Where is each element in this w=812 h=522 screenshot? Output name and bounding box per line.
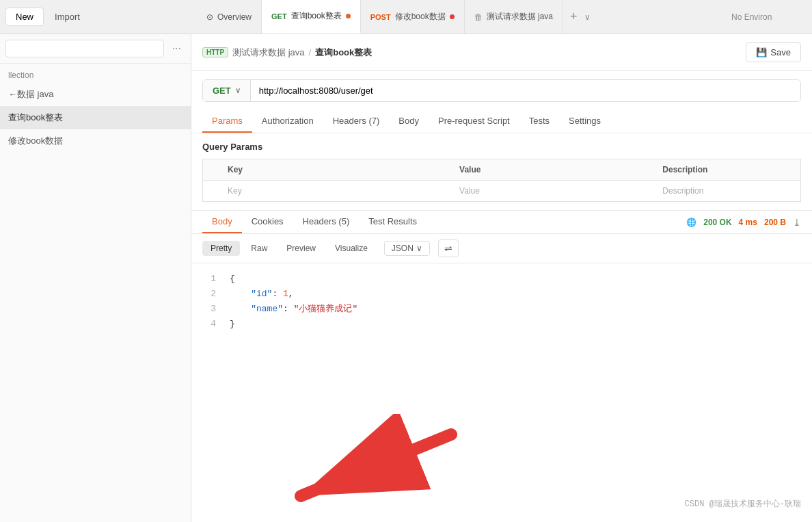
sidebar-collection-label: llection: [0, 64, 191, 83]
top-bar-left: New Import: [5, 8, 197, 26]
col-desc-header: Description: [654, 159, 800, 181]
format-tab-pretty[interactable]: Pretty: [202, 241, 240, 256]
breadcrumb-sep: /: [309, 47, 312, 57]
save-response-icon[interactable]: ⤓: [793, 217, 801, 228]
json-key-id: "id": [251, 289, 272, 299]
tab-post-method: POST: [370, 13, 391, 21]
format-chevron-icon: ∨: [416, 244, 422, 253]
format-tab-raw[interactable]: Raw: [243, 241, 275, 256]
response-format-bar: Pretty Raw Preview Visualize JSON ∨ ⇌: [191, 234, 812, 263]
row-value-placeholder[interactable]: Value: [451, 181, 654, 202]
col-check-header: [203, 159, 220, 181]
response-time: 4 ms: [739, 218, 757, 227]
save-icon: 💾: [756, 47, 767, 57]
request-tabs: Params Authorization Headers (7) Body Pr…: [191, 110, 812, 133]
import-button[interactable]: Import: [48, 8, 87, 25]
tab-test-java[interactable]: 🗑 测试请求数据 java: [465, 0, 563, 34]
tab-post-label: 修改book数据: [395, 11, 446, 23]
code-line-3: 3 "name": "小猫猫养成记": [202, 302, 801, 317]
request-header: HTTP 测试请求数据 java / 查询book整表 💾 Save: [191, 34, 812, 71]
tab-get-method: GET: [271, 12, 287, 21]
resp-tab-test-results[interactable]: Test Results: [359, 211, 427, 233]
line-num-4: 4: [202, 317, 216, 332]
tab-settings[interactable]: Settings: [559, 110, 610, 133]
sidebar-search-bar: ···: [0, 34, 191, 64]
url-input[interactable]: [251, 80, 800, 101]
url-bar: GET ∨: [202, 79, 801, 102]
tab-get-label: 查询book整表: [291, 10, 342, 22]
response-tabs-bar: Body Cookies Headers (5) Test Results 🌐 …: [191, 211, 812, 234]
tabs-chevron[interactable]: ∨: [584, 12, 591, 22]
col-key-header: Key: [219, 159, 451, 181]
save-button[interactable]: 💾 Save: [746, 42, 801, 62]
format-tab-preview[interactable]: Preview: [278, 241, 324, 256]
response-status: 200 OK: [703, 218, 731, 227]
tab-get-dot: [346, 14, 351, 18]
overview-icon: ⊙: [206, 12, 213, 22]
code-line-4: 4 }: [202, 317, 801, 332]
resp-tab-headers[interactable]: Headers (5): [293, 211, 360, 233]
response-size: 200 B: [764, 218, 786, 227]
sidebar-search-input[interactable]: [5, 40, 164, 57]
sidebar-item-query-book[interactable]: 查询book整表: [0, 106, 191, 129]
params-table: Key Value Description Key Value Descript…: [202, 159, 801, 202]
json-val-id: 1: [283, 289, 288, 299]
sidebar: ··· llection ←数据 java 查询book整表 修改book数据: [0, 34, 191, 522]
resp-tab-body[interactable]: Body: [202, 211, 242, 233]
tab-tests[interactable]: Tests: [519, 110, 559, 133]
line-num-3: 3: [202, 302, 216, 317]
no-environ-label: No Environ: [731, 12, 772, 22]
method-chevron-icon: ∨: [235, 86, 241, 95]
breadcrumb: HTTP 测试请求数据 java / 查询book整表: [202, 47, 740, 59]
http-badge: HTTP: [202, 47, 228, 57]
svg-line-1: [301, 434, 451, 496]
tab-overview[interactable]: ⊙ Overview: [197, 0, 262, 34]
tab-post-edit[interactable]: POST 修改book数据: [361, 0, 465, 34]
content-area: HTTP 测试请求数据 java / 查询book整表 💾 Save GET ∨…: [191, 34, 812, 522]
response-section: Body Cookies Headers (5) Test Results 🌐 …: [191, 210, 812, 522]
format-selector-label: JSON: [392, 244, 414, 253]
tab-authorization[interactable]: Authorization: [252, 110, 323, 133]
method-selector[interactable]: GET ∨: [203, 80, 251, 101]
tab-post-dot: [450, 14, 455, 19]
tab-pre-request-script[interactable]: Pre-request Script: [429, 110, 519, 133]
row-desc-placeholder[interactable]: Description: [654, 181, 800, 202]
code-viewer: 1 { 2 "id": 1, 3 "name": "小猫猫养成记": [191, 263, 812, 522]
sidebar-item-edit-book[interactable]: 修改book数据: [0, 129, 191, 153]
tabs-bar: ⊙ Overview GET 查询book整表 POST 修改book数据 🗑 …: [197, 0, 725, 34]
tab-get-query[interactable]: GET 查询book整表: [262, 0, 361, 34]
code-content-4: }: [230, 317, 235, 332]
code-content-3: "name": "小猫猫养成记": [230, 302, 357, 317]
top-bar: New Import ⊙ Overview GET 查询book整表 POST …: [0, 0, 812, 34]
add-tab-button[interactable]: +: [563, 10, 584, 24]
line-num-2: 2: [202, 287, 216, 302]
method-label: GET: [213, 86, 231, 96]
code-content-2: "id": 1,: [230, 287, 294, 302]
top-bar-right: No Environ: [725, 12, 807, 22]
query-params-section: Query Params Key Value Description Key V…: [191, 133, 812, 210]
tab-params[interactable]: Params: [202, 110, 252, 133]
sidebar-item-java-req[interactable]: ←数据 java: [0, 83, 191, 106]
line-num-1: 1: [202, 272, 216, 287]
resp-tab-cookies[interactable]: Cookies: [242, 211, 293, 233]
new-button[interactable]: New: [5, 8, 44, 26]
main-layout: ··· llection ←数据 java 查询book整表 修改book数据 …: [0, 34, 812, 522]
query-params-title: Query Params: [202, 142, 801, 152]
format-tab-visualize[interactable]: Visualize: [327, 241, 376, 256]
table-row: Key Value Description: [203, 181, 801, 202]
code-content-1: {: [230, 272, 235, 287]
watermark: CSDN @瑞晟技术服务中心-耿瑞: [685, 497, 801, 511]
format-selector[interactable]: JSON ∨: [384, 241, 430, 256]
code-line-2: 2 "id": 1,: [202, 287, 801, 302]
breadcrumb-parent: 测试请求数据 java: [232, 47, 304, 59]
sidebar-more-icon[interactable]: ···: [168, 41, 185, 56]
tab-headers[interactable]: Headers (7): [323, 110, 390, 133]
row-key-placeholder[interactable]: Key: [219, 181, 451, 202]
arrow-annotation: [246, 414, 506, 522]
tab-body[interactable]: Body: [389, 110, 429, 133]
globe-icon: 🌐: [686, 218, 696, 227]
save-label: Save: [770, 47, 791, 57]
wrap-icon[interactable]: ⇌: [438, 239, 459, 257]
col-value-header: Value: [451, 159, 654, 181]
tab-test-label: 测试请求数据 java: [487, 11, 553, 23]
